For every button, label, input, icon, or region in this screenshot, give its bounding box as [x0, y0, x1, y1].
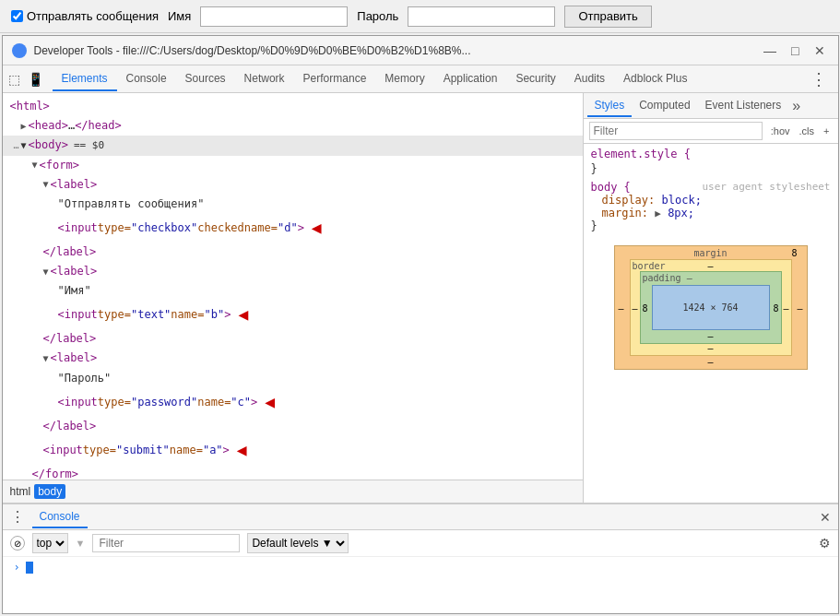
toggle-label2[interactable]: ▼ [43, 265, 49, 279]
dom-line-form-close[interactable]: </form> [3, 465, 583, 480]
style-source-agent: user agent stylesheet [702, 181, 830, 193]
dom-line-label3-close[interactable]: </label> [3, 417, 583, 436]
html-tag: <html> [10, 98, 50, 115]
box-model-padding: padding – – 8 – – 8 1424 × 764 [640, 271, 782, 344]
dom-line-label1-close[interactable]: </label> [3, 243, 583, 262]
context-dropdown[interactable]: top [32, 533, 68, 553]
padding-val-bottom: – [707, 331, 713, 341]
levels-dropdown[interactable]: Default levels ▼ [247, 533, 349, 553]
close-button[interactable]: ✕ [810, 43, 829, 58]
tab-console[interactable]: Console [117, 67, 176, 91]
dom-line-input-text[interactable]: <input type="text" name="b"> ◀ [3, 301, 583, 329]
console-prompt: › [14, 561, 827, 574]
dom-line-input-password[interactable]: <input type="password" name="c"> ◀ [3, 388, 583, 417]
tab-performance[interactable]: Performance [294, 67, 376, 91]
tab-elements[interactable]: Elements [53, 67, 117, 91]
tab-adblock[interactable]: Adblock Plus [614, 67, 696, 91]
toggle-body[interactable]: ▼ [21, 138, 27, 153]
tab-memory[interactable]: Memory [375, 67, 433, 91]
styles-panel: Styles Computed Event Listeners » :hov .… [584, 93, 838, 503]
dom-line-text3[interactable]: "Пароль" [3, 369, 583, 388]
selector-element-style: element.style { [591, 148, 831, 160]
tab-security[interactable]: Security [506, 67, 564, 91]
content-size: 1424 × 764 [682, 302, 738, 313]
breadcrumb-body[interactable]: body [34, 484, 65, 499]
device-icon[interactable]: 📱 [26, 70, 45, 89]
titlebar-controls: — □ ✕ [760, 43, 828, 58]
border-val-right: – [783, 302, 788, 313]
console-gear-icon[interactable]: ⚙ [819, 536, 831, 551]
console-handle-icon[interactable]: ⋮ [10, 508, 25, 526]
dom-line-label3[interactable]: ▼ <label> [3, 349, 583, 368]
selector-body: body { user agent stylesheet [591, 181, 831, 194]
toggle-label3[interactable]: ▼ [43, 351, 49, 366]
dom-line-input-checkbox[interactable]: <input type="checkbox" checked name="d">… [3, 214, 583, 243]
margin-val-top-right: 8 [791, 248, 797, 258]
breadcrumb-html[interactable]: html [10, 485, 31, 498]
devtools-titlebar: Developer Tools - file:///C:/Users/dog/D… [3, 36, 838, 65]
style-rule-body: body { user agent stylesheet display: bl… [591, 181, 831, 232]
add-style-button[interactable]: + [821, 124, 832, 137]
border-label: border [633, 261, 666, 271]
style-prop-margin: margin: ▶ 8px; [591, 207, 831, 219]
inspect-icon[interactable]: ⬚ [6, 70, 22, 89]
send-label: Отправлять сообщения [27, 9, 159, 23]
box-model-border: border – – – – padding – – 8 – – 8 [630, 259, 792, 356]
tab-network[interactable]: Network [235, 67, 294, 91]
styles-filter-input[interactable] [589, 122, 763, 140]
devtools-title: Developer Tools - file:///C:/Users/dog/D… [34, 44, 761, 57]
arrow-text: ◀ [238, 302, 248, 328]
devtools-tabbar: ⬚ 📱 Elements Console Sources Network Per… [3, 65, 838, 93]
more-tabs-icon[interactable]: ⋮ [803, 69, 834, 89]
password-input[interactable] [408, 6, 555, 27]
hov-button[interactable]: :hov [768, 124, 793, 137]
styles-tab-styles[interactable]: Styles [587, 95, 633, 117]
margin-label: margin [693, 248, 727, 258]
styles-tab-more[interactable]: » [792, 98, 800, 114]
toggle-form[interactable]: ▼ [32, 158, 38, 172]
dom-line-html[interactable]: <html> [3, 97, 583, 116]
dom-line-head[interactable]: ▶ <head>…</head> [3, 116, 583, 136]
restore-button[interactable]: □ [787, 43, 802, 58]
name-label: Имя [168, 9, 191, 23]
style-rule-element: element.style { } [591, 148, 831, 175]
no-entry-icon[interactable]: ⊘ [10, 536, 25, 551]
tab-audits[interactable]: Audits [565, 67, 614, 91]
toggle-label1[interactable]: ▼ [43, 177, 49, 192]
console-close-button[interactable]: ✕ [820, 510, 831, 525]
dom-line-text1[interactable]: "Отправлять сообщения" [3, 195, 583, 214]
dom-line-form[interactable]: ▼ <form> [3, 156, 583, 175]
tab-sources[interactable]: Sources [176, 67, 235, 91]
dom-line-label2[interactable]: ▼ <label> [3, 262, 583, 281]
arrow-password: ◀ [265, 389, 275, 416]
dom-line-label1[interactable]: ▼ <label> [3, 175, 583, 195]
styles-tab-computed[interactable]: Computed [632, 95, 697, 117]
submit-button[interactable]: Отправить [564, 6, 651, 28]
box-model-container: margin 8 – – – border – – – – [591, 238, 831, 377]
cls-button[interactable]: .cls [797, 124, 818, 137]
dom-line-body[interactable]: … ▼ <body> == $0 [3, 136, 583, 155]
toggle-head[interactable]: ▶ [21, 119, 27, 134]
margin-val-right: – [797, 302, 802, 313]
tab-application[interactable]: Application [434, 67, 507, 91]
send-checkbox[interactable] [11, 10, 23, 22]
dom-panel: <html> ▶ <head>…</head> … ▼ <body> == $0… [3, 93, 584, 503]
dom-line-label2-close[interactable]: </label> [3, 329, 583, 349]
name-input[interactable] [200, 6, 348, 27]
dom-breadcrumb: html body [3, 480, 583, 503]
dom-line-text2[interactable]: "Имя" [3, 281, 583, 301]
styles-filter-buttons: :hov .cls + [768, 124, 833, 137]
devtools-icon [12, 43, 27, 58]
send-checkbox-label: Отправлять сообщения [11, 9, 159, 23]
dom-tree[interactable]: <html> ▶ <head>…</head> … ▼ <body> == $0… [3, 93, 583, 480]
minimize-button[interactable]: — [760, 43, 780, 58]
style-prop-display: display: block; [591, 194, 831, 207]
box-model-margin: margin 8 – – – border – – – – [614, 245, 808, 370]
console-filter-input[interactable] [92, 534, 240, 552]
dom-line-input-submit[interactable]: <input type="submit" name="a"> ◀ [3, 436, 583, 465]
styles-tab-event-listeners[interactable]: Event Listeners [698, 95, 789, 117]
arrow-submit: ◀ [237, 437, 247, 464]
console-content: › [3, 557, 838, 613]
console-input-cursor[interactable] [26, 562, 33, 574]
console-tab-console[interactable]: Console [32, 506, 88, 528]
